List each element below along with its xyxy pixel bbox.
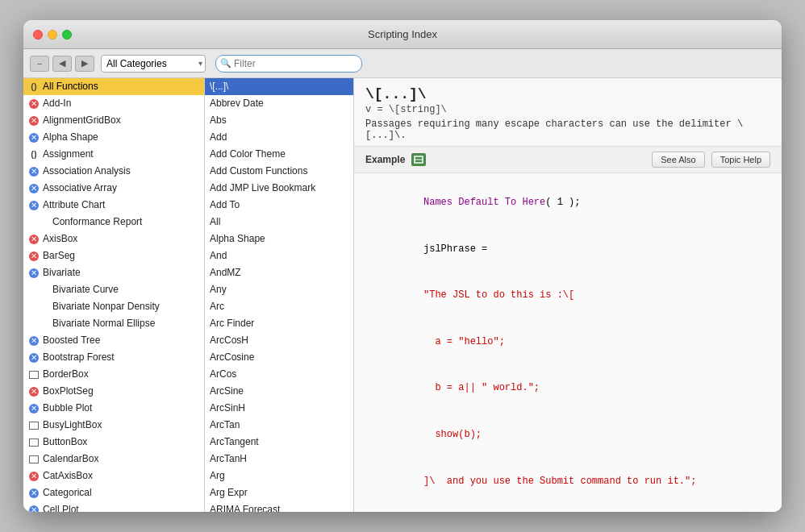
minus-button[interactable]: − [30,56,49,72]
search-icon: 🔍 [220,58,231,69]
search-input[interactable] [215,55,362,73]
list-item[interactable]: ✕ Categorical [23,484,204,501]
list-item[interactable]: Any [205,281,353,298]
cross-blue-icon: ✕ [28,268,40,279]
list-item[interactable]: Add Color Theme [205,146,353,163]
cross-blue-icon: ✕ [28,352,40,364]
list-item[interactable]: Add To [205,197,353,214]
right-top-section: \[...]\ v = \[string]\ Passages requirin… [354,78,782,147]
category-select[interactable]: All Categories Functions Objects Message… [101,55,206,73]
list-item[interactable]: Arg Expr [205,484,353,501]
list-item[interactable]: ✕ Add-In [23,95,204,112]
parens-icon: () [28,81,40,93]
list-item[interactable]: ArcSine [205,383,353,400]
list-item[interactable]: ✕ AlignmentGridBox [23,112,204,129]
code-line: ]\ and you use the Submit command to run… [365,458,770,505]
list-item[interactable]: () Assignment [23,146,204,163]
code-area: Names Default To Here( 1 ); jslPhrase = … [354,173,782,512]
code-line: b = a|| " world."; [365,365,770,412]
list-item[interactable]: ✕ BarSeg [23,247,204,264]
list-item[interactable]: Conformance Report [23,214,204,231]
parens-icon: () [28,149,40,160]
list-item[interactable]: ✕ Associative Array [23,180,204,197]
cross-blue-icon: ✕ [28,403,40,414]
list-item[interactable]: ✕ Bubble Plot [23,400,204,417]
toolbar: − ◀ ▶ All Categories Functions Objects M… [23,49,782,78]
rect-icon [28,369,40,380]
list-item[interactable]: Alpha Shape [205,231,353,247]
code-line: jslPhrase = [365,227,770,273]
list-item[interactable]: ✕ Cell Plot [23,501,204,512]
list-item[interactable]: ✕ AxisBox [23,231,204,247]
list-item[interactable]: ARIMA Forecast [205,501,353,512]
list-item[interactable]: Bivariate Curve [23,281,204,298]
back-button[interactable]: ◀ [52,56,72,72]
list-item[interactable]: ✕ Association Analysis [23,163,204,180]
code-line: Names Default To Here( 1 ); [365,180,770,227]
traffic-lights [33,30,72,39]
list-item[interactable]: ✕ Bivariate [23,264,204,281]
right-toolbar: Example See Also Topic Help [354,147,782,173]
category-select-wrapper: All Categories Functions Objects Message… [98,55,206,73]
cross-blue-icon: ✕ [28,132,40,143]
list-item[interactable]: Add JMP Live Bookmark [205,180,353,197]
list-item[interactable]: ✕ CatAxisBox [23,468,204,484]
list-item[interactable]: Arc [205,298,353,315]
cross-blue-icon: ✕ [28,335,40,347]
left-panel: () All Functions ✕ Add-In ✕ AlignmentGri… [23,78,205,512]
list-item[interactable]: \[...]\ [205,78,353,95]
topic-help-button[interactable]: Topic Help [711,152,770,168]
list-item[interactable]: CalendarBox [23,451,204,468]
list-item[interactable]: ArcTangent [205,434,353,451]
cross-blue-icon: ✕ [28,166,40,177]
list-item[interactable]: ✕ Bootstrap Forest [23,349,204,366]
list-item[interactable]: ButtonBox [23,434,204,451]
cross-blue-icon: ✕ [28,183,40,194]
code-line: "The JSL to do this is :\[ [365,272,770,319]
scripting-index-window: Scripting Index − ◀ ▶ All Categories Fun… [23,20,782,512]
list-item[interactable]: ArcCosine [205,349,353,366]
cross-red-icon: ✕ [28,471,40,482]
right-description: Passages requiring many escape character… [365,118,770,141]
list-item[interactable]: Abbrev Date [205,95,353,112]
list-item[interactable]: AndMZ [205,264,353,281]
cross-blue-icon: ✕ [28,505,40,513]
maximize-button[interactable] [62,30,72,39]
see-also-button[interactable]: See Also [652,152,704,168]
rect-icon [28,454,40,465]
list-item[interactable]: BusyLightBox [23,417,204,434]
cross-red-icon: ✕ [28,386,40,397]
cross-red-icon: ✕ [28,98,40,110]
list-item[interactable]: ArcCosH [205,332,353,349]
list-item[interactable]: Add [205,129,353,146]
list-item[interactable]: Arc Finder [205,315,353,332]
cross-blue-icon: ✕ [28,488,40,499]
example-icon [411,153,426,166]
minimize-button[interactable] [48,30,57,39]
list-item[interactable]: ✕ Boosted Tree [23,332,204,349]
list-item[interactable]: ArcTanH [205,451,353,468]
list-item[interactable]: () All Functions [23,78,204,95]
list-item[interactable]: Arg [205,468,353,484]
list-item[interactable]: And [205,247,353,264]
list-item[interactable]: ✕ BoxPlotSeg [23,383,204,400]
forward-button[interactable]: ▶ [75,56,94,72]
list-item[interactable]: Add Custom Functions [205,163,353,180]
list-item[interactable]: ArcTan [205,417,353,434]
title-bar: Scripting Index [23,20,782,49]
list-item[interactable]: ✕ Alpha Shape [23,129,204,146]
rect-icon [28,437,40,448]
code-line: a = "hello"; [365,319,770,366]
cross-red-icon: ✕ [28,115,40,127]
window-title: Scripting Index [368,28,437,40]
list-item[interactable]: Bivariate Nonpar Density [23,298,204,315]
list-item[interactable]: ArcSinH [205,400,353,417]
list-item[interactable]: ✕ Attribute Chart [23,197,204,214]
list-item[interactable]: Bivariate Normal Ellipse [23,315,204,332]
list-item[interactable]: ArCos [205,366,353,383]
list-item[interactable]: Abs [205,112,353,129]
close-button[interactable] [33,30,43,39]
right-panel: \[...]\ v = \[string]\ Passages requirin… [354,78,782,512]
list-item[interactable]: BorderBox [23,366,204,383]
list-item[interactable]: All [205,214,353,231]
